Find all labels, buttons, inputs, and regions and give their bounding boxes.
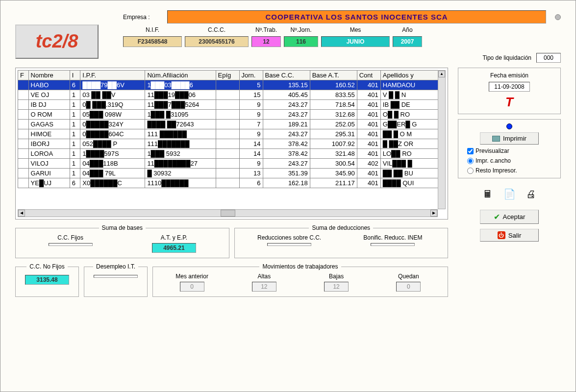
check-icon: ✔ (494, 212, 500, 221)
table-row[interactable]: HABO6████79██6V1███03████65135.15160.524… (18, 80, 446, 90)
table-row[interactable]: LOROA11████597S1███ 593214378.42321.4840… (18, 149, 446, 159)
stop-icon: ⏻ (498, 231, 505, 239)
cc-nofijos-value: 3135.48 (25, 275, 69, 285)
printer-tool-icon[interactable]: 🖨 (524, 187, 538, 201)
table-row[interactable]: IBORJ1052████ P111███████14378.421007.92… (18, 139, 446, 149)
tipo-liq-value[interactable]: 000 (536, 53, 561, 63)
salir-button[interactable]: ⏻ Salir (480, 229, 539, 242)
nif-label: N.I.F. (123, 26, 182, 33)
print-panel: Imprimir Previsualizar Impr. c.ancho Res… (458, 119, 561, 178)
suma-bases-title: Suma de bases (99, 224, 146, 231)
mov-title: Movimientos de trabajadores (259, 263, 341, 270)
jorn-label: Nº.Jorn. (284, 26, 318, 33)
grid-header-8[interactable]: Base A.T. (310, 71, 357, 80)
scroll-horizontal[interactable]: ◀ ▶ (18, 209, 438, 217)
aceptar-button[interactable]: ✔ Aceptar (480, 210, 539, 224)
printer-icon (492, 136, 500, 142)
grid-header-0[interactable]: F (18, 71, 29, 80)
mes-label: Mes (321, 26, 390, 33)
suma-ded-title: Suma de deducciones (309, 224, 373, 231)
aceptar-label: Aceptar (503, 213, 526, 220)
table-row[interactable]: O ROM105███ 098W1███ █310959243.27312.68… (18, 110, 446, 120)
at-ep-label: A.T. y E.P. (124, 234, 224, 241)
quedan-value: 0 (396, 282, 421, 292)
status-led-gray (555, 14, 561, 20)
bajas-label: Bajas (329, 273, 344, 280)
grid-header-4[interactable]: Núm.Afiliación (145, 71, 216, 80)
status-led-blue (506, 123, 512, 129)
bonif-value (371, 243, 415, 246)
cc-fijos-label: C.C. Fijos (21, 234, 120, 241)
cc-nofijos-group: C.C. No Fijos 3135.48 (15, 263, 79, 297)
imprimir-button[interactable]: Imprimir (480, 132, 539, 145)
imprimir-label: Imprimir (503, 135, 526, 142)
scroll-right-arrow[interactable]: ▶ (430, 210, 437, 217)
suma-bases-group: Suma de bases C.C. Fijos A.T. y E.P. 496… (15, 224, 229, 258)
jorn-value: 116 (284, 36, 318, 47)
salir-label: Salir (508, 232, 522, 239)
mes-anterior-value: 0 (180, 282, 204, 292)
grid-header-9[interactable]: Cont (357, 71, 380, 80)
grid-header-10[interactable]: Apellidos y (380, 71, 445, 80)
table-row[interactable]: GARUI104███ 79L█ 3093213351.39345.90401█… (18, 169, 446, 178)
grid-header-2[interactable]: I (70, 71, 80, 80)
cc-fijos-value (49, 243, 93, 246)
impr-ancho-option[interactable]: Impr. c.ancho (462, 157, 556, 164)
calculator-icon[interactable]: 🖩 (481, 187, 495, 201)
ccc-label: C.C.C. (185, 26, 249, 33)
table-row[interactable]: IB DJ10█ ███.319Q11███7███52649243.27718… (18, 100, 446, 110)
bajas-value: 12 (324, 282, 349, 292)
grid-header-5[interactable]: Epíg (216, 71, 239, 80)
altas-label: Altas (258, 273, 271, 280)
resto-impr-label: Resto Impresor. (476, 167, 517, 174)
bonif-label: Bonific. Reducc. INEM (343, 234, 443, 241)
movimientos-group: Movimientos de trabajadores Mes anterior… (152, 263, 448, 297)
previsualizar-label: Previsualizar (476, 147, 509, 154)
impr-ancho-label: Impr. c.ancho (476, 157, 511, 164)
empresa-value: COOPERATIVA LOS SANTOS INOCENTES SCA (167, 10, 546, 24)
desempleo-label: Desempleo I.T. (93, 263, 138, 270)
scroll-thumb[interactable] (221, 210, 235, 217)
workers-grid[interactable]: FNombreII.P.F.Núm.AfiliaciónEpígJorn.Bas… (15, 68, 448, 220)
ano-value[interactable]: 2007 (393, 36, 422, 47)
mes-anterior-label: Mes anterior (175, 273, 208, 280)
mes-value[interactable]: JUNIO (321, 36, 390, 47)
scroll-left-arrow[interactable]: ◀ (18, 210, 25, 217)
logo: tc2/8 (15, 24, 99, 59)
grid-header-3[interactable]: I.P.F. (80, 71, 145, 80)
suma-deducciones-group: Suma de deducciones Reducciones sobre C.… (234, 224, 449, 258)
report-icon[interactable]: 📄 (502, 187, 516, 201)
impr-ancho-radio[interactable] (467, 158, 474, 164)
tc28-window: tc2/8 Empresa : COOPERATIVA LOS SANTOS I… (0, 0, 576, 392)
trab-label: Nº.Trab. (251, 26, 281, 33)
trab-value: 12 (251, 36, 281, 47)
red-cc-label: Reducciones sobre C.C. (240, 234, 339, 241)
table-row[interactable]: GAGAS10█████324Y████ ██726437189.21252.0… (18, 120, 446, 129)
table-row[interactable]: VILOJ104███118B11████████279243.27300.54… (18, 159, 446, 169)
previsualizar-checkbox[interactable] (467, 148, 474, 154)
logo-text: tc2/8 (36, 31, 78, 52)
grid-header-6[interactable]: Jorn. (239, 71, 263, 80)
desempleo-group: Desempleo I.T. (84, 263, 148, 297)
nif-value[interactable]: F23458548 (123, 36, 182, 47)
altas-value: 12 (252, 282, 276, 292)
ccc-value[interactable]: 23005455176 (185, 36, 249, 47)
resto-impr-radio[interactable] (467, 168, 474, 174)
ano-label: Año (393, 26, 422, 33)
desempleo-value (94, 275, 138, 278)
grid-header-7[interactable]: Base C.C. (263, 71, 310, 80)
fecha-panel: Fecha emisión 11-09-2008 T (458, 68, 561, 114)
previsualizar-option[interactable]: Previsualizar (462, 147, 556, 154)
cc-nofijos-label: C.C. No Fijos (26, 263, 67, 270)
tesoreria-icon: T (505, 95, 513, 110)
resto-impr-option[interactable]: Resto Impresor. (462, 167, 556, 174)
fecha-emision-value[interactable]: 11-09-2008 (489, 82, 529, 92)
table-row[interactable]: VE OJ103 ██ ██V11███19███0615405.45833.5… (18, 90, 446, 100)
tipo-liq-label: Tipo de liquidación (482, 54, 531, 61)
scroll-vertical[interactable]: ▲ (438, 70, 446, 209)
scroll-up-arrow[interactable]: ▲ (438, 71, 445, 77)
table-row[interactable]: HIMOE10█████604C111 ██████9243.27295.314… (18, 129, 446, 139)
grid-header-1[interactable]: Nombre (28, 71, 70, 80)
at-ep-value: 4965.21 (152, 243, 196, 253)
table-row[interactable]: YE█UJ6X0██████C1110██████6162.18211.1740… (18, 178, 446, 188)
